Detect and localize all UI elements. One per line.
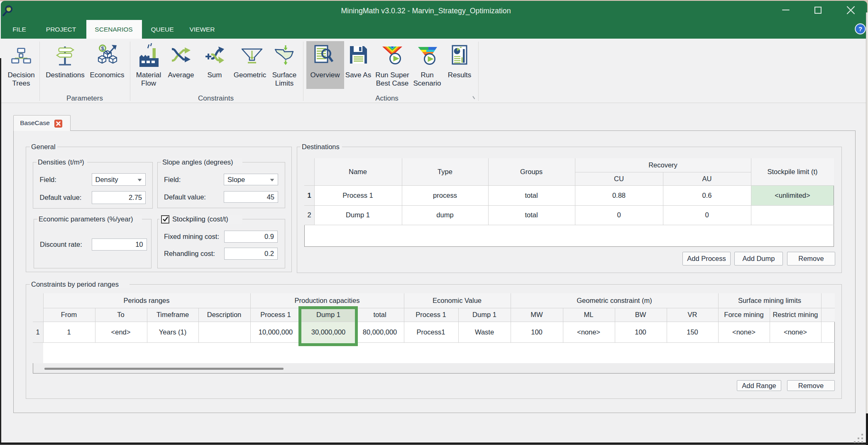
svg-text:?: ? <box>858 25 862 32</box>
svg-text:$: $ <box>101 45 104 52</box>
